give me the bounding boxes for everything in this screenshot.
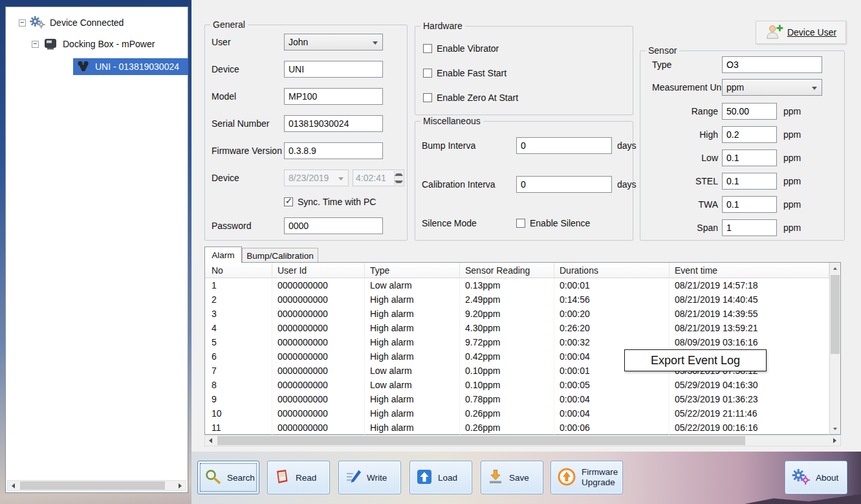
range-unit: ppm — [783, 106, 801, 116]
scrollbar-thumb[interactable] — [217, 436, 745, 445]
measurement-unit-label: Measurement Uni — [640, 82, 722, 93]
scroll-right-icon[interactable] — [175, 481, 186, 490]
password-field[interactable] — [284, 217, 383, 234]
enable-fast-start-checkbox[interactable] — [423, 69, 432, 78]
high-alarm-field[interactable] — [722, 126, 777, 143]
chevron-down-icon — [338, 177, 343, 181]
tree-item-label: UNI - 013819030024 — [95, 61, 179, 72]
scrollbar-thumb[interactable] — [20, 481, 165, 490]
table-cell: 10 — [205, 406, 272, 421]
table-row[interactable]: 80000000000Low alarm0.10ppm0:00:0505/29/… — [205, 378, 829, 392]
table-cell: 9 — [205, 392, 272, 406]
scroll-right-icon[interactable] — [829, 436, 840, 446]
column-header-type[interactable]: Type — [365, 263, 460, 278]
tree-item-uni-device[interactable]: UNI - 013819030024 — [73, 58, 188, 75]
table-row[interactable]: 30000000000High alarm9.20ppm0:00:2008/21… — [205, 307, 829, 321]
enable-zero-at-start-checkbox[interactable] — [423, 93, 432, 102]
firmware-version-field[interactable] — [284, 142, 383, 159]
stel-field[interactable] — [722, 173, 777, 190]
tree-horizontal-scrollbar[interactable] — [7, 480, 186, 491]
table-row[interactable]: 10000000000Low alarm0.13ppm0:00:0108/21/… — [205, 278, 829, 292]
column-header-durations[interactable]: Durations — [554, 263, 670, 278]
user-dropdown[interactable]: John — [284, 34, 383, 50]
span-field[interactable] — [722, 219, 777, 236]
scrollbar-thumb[interactable] — [831, 275, 840, 354]
table-cell: 05/22/2019 21:11:46 — [670, 406, 829, 421]
serial-number-label: Serial Number — [212, 118, 284, 129]
enable-vibrator-label: Enable Vibrator — [437, 43, 499, 54]
firmware-upgrade-button[interactable]: Firmware Upgrade — [550, 461, 623, 494]
table-row[interactable]: 100000000000High alarm0.26ppm0:00:0405/2… — [205, 406, 829, 421]
table-horizontal-scrollbar[interactable] — [204, 435, 841, 446]
tree-item-device-connected[interactable]: Device Connected — [19, 15, 124, 30]
range-field[interactable] — [722, 103, 777, 120]
tab-alarm[interactable]: Alarm — [204, 247, 242, 263]
enable-fast-start-label: Enable Fast Start — [437, 68, 507, 78]
tree-collapse-icon[interactable] — [32, 41, 39, 48]
table-vertical-scrollbar[interactable] — [829, 263, 840, 434]
range-label: Range — [640, 106, 722, 116]
calibration-interval-field[interactable] — [516, 176, 612, 193]
sync-time-checkbox[interactable] — [284, 197, 293, 206]
wallpaper-hill — [745, 494, 861, 504]
search-button[interactable]: Search — [197, 461, 259, 494]
table-row[interactable]: 40000000000High alarm4.30ppm0:26:2008/21… — [205, 321, 829, 335]
table-cell: 05/22/2019 00:16:16 — [670, 421, 829, 435]
user-dropdown-value: John — [289, 37, 308, 47]
enable-vibrator-checkbox[interactable] — [423, 44, 432, 53]
bump-interval-field[interactable] — [516, 137, 612, 154]
table-row[interactable]: 50000000000High alarm9.72ppm0:00:3208/09… — [205, 335, 829, 349]
column-header-user-id[interactable]: User Id — [272, 263, 365, 278]
read-button[interactable]: Read — [267, 461, 330, 494]
firmware-upgrade-icon — [557, 467, 576, 488]
device-date-dropdown[interactable]: 8/23/2019 — [284, 170, 349, 186]
sync-time-row[interactable]: Sync. Time with PC — [284, 197, 407, 207]
sensor-type-label: Type — [640, 60, 722, 70]
about-button[interactable]: About — [785, 461, 847, 494]
docking-box-icon — [42, 38, 59, 50]
export-event-log-button[interactable]: Export Event Log — [624, 349, 767, 371]
high-alarm-unit: ppm — [783, 129, 801, 140]
table-row[interactable]: 20000000000High alarm2.49ppm0:14:5608/21… — [205, 292, 829, 307]
scroll-up-icon[interactable] — [830, 263, 840, 274]
tree-collapse-icon[interactable] — [19, 19, 26, 27]
sensor-type-field[interactable] — [722, 56, 822, 73]
table-row[interactable]: 110000000000High alarm0.26ppm0:00:0605/2… — [205, 421, 829, 435]
tab-bump-calibration[interactable]: Bump/Calibration — [242, 248, 318, 263]
column-header-event-time[interactable]: Event time — [670, 263, 829, 278]
write-button[interactable]: Write — [338, 461, 401, 494]
spin-up-icon[interactable] — [395, 171, 403, 178]
twa-field[interactable] — [722, 196, 777, 213]
device-date-value: 8/23/2019 — [289, 173, 329, 183]
table-cell: 0:26:20 — [554, 321, 670, 335]
measurement-unit-dropdown[interactable]: ppm — [722, 79, 822, 96]
scroll-left-icon[interactable] — [8, 481, 19, 490]
device-field[interactable] — [284, 61, 383, 78]
spin-down-icon[interactable] — [395, 178, 403, 185]
enable-fast-start-row[interactable]: Enable Fast Start — [423, 68, 633, 78]
scroll-left-icon[interactable] — [205, 436, 216, 446]
enable-silence-checkbox[interactable] — [516, 219, 525, 228]
device-time-spinner[interactable]: 4:02:41 — [353, 170, 404, 186]
tab-label: Alarm — [212, 250, 234, 260]
enable-zero-at-start-row[interactable]: Enable Zero At Start — [423, 93, 633, 103]
load-button[interactable]: Load — [409, 461, 472, 494]
column-header-sensor-reading[interactable]: Sensor Reading — [460, 263, 554, 278]
table-cell: Low alarm — [365, 378, 460, 392]
device-user-button[interactable]: Device User — [756, 21, 846, 44]
column-header-no[interactable]: No — [205, 263, 272, 278]
serial-number-field[interactable] — [284, 115, 383, 132]
scroll-down-icon[interactable] — [830, 423, 840, 434]
tree-item-docking-box[interactable]: Docking Box - mPower — [32, 36, 155, 52]
enable-vibrator-row[interactable]: Enable Vibrator — [423, 43, 633, 54]
table-cell: 0000000000 — [272, 335, 365, 349]
table-cell: High alarm — [365, 321, 460, 335]
low-alarm-field[interactable] — [722, 149, 777, 166]
model-field[interactable] — [284, 88, 383, 105]
spinner-arrows[interactable] — [394, 171, 403, 185]
table-cell: 0:00:04 — [554, 406, 670, 421]
save-button[interactable]: Save — [481, 461, 543, 494]
table-row[interactable]: 90000000000High alarm0.78ppm0:00:0405/23… — [205, 392, 829, 406]
event-table-header[interactable]: No User Id Type Sensor Reading Durations… — [205, 263, 829, 278]
table-cell: 2.49ppm — [460, 292, 554, 307]
